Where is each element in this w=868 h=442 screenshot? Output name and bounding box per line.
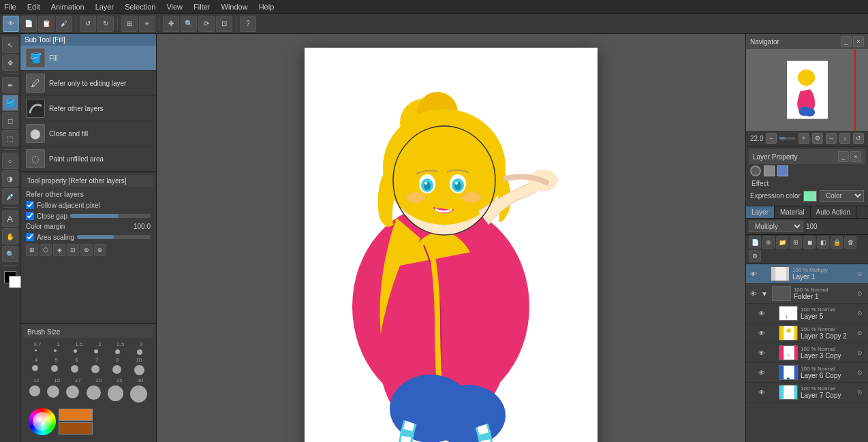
menu-window[interactable]: Window bbox=[220, 3, 249, 11]
nav-close-btn[interactable]: × bbox=[853, 36, 864, 47]
area-scaling-checkbox[interactable] bbox=[26, 233, 34, 241]
close-gap-checkbox[interactable] bbox=[26, 212, 34, 220]
brush-dot-25[interactable] bbox=[108, 385, 123, 401]
tool-undo-btn[interactable]: ↺ bbox=[80, 16, 96, 32]
layer-3c-opacity-btn[interactable]: ⊙ bbox=[854, 347, 865, 358]
tool-eye-btn[interactable]: 👁 bbox=[3, 16, 19, 32]
tool-doc2-btn[interactable]: 📋 bbox=[38, 16, 55, 32]
ref-setting-btn1[interactable]: ⬡ bbox=[40, 244, 52, 256]
blend-mode-select[interactable]: Multiply bbox=[749, 221, 803, 232]
layer-item-6copy[interactable]: 👁 100 % Normal Layer 6 Copy ⊙ bbox=[746, 363, 868, 383]
layer-tab-material[interactable]: Material bbox=[775, 206, 811, 218]
effect-circle-btn[interactable] bbox=[750, 165, 761, 176]
color-swatch-brown[interactable] bbox=[59, 422, 93, 435]
layer-new-btn[interactable]: 📄 bbox=[749, 236, 761, 249]
layer-prop-close-btn[interactable]: × bbox=[850, 151, 861, 162]
effect-square-btn[interactable] bbox=[764, 165, 775, 176]
menu-layer[interactable]: Layer bbox=[94, 3, 116, 11]
layer-settings-btn[interactable]: ⚙ bbox=[749, 250, 761, 262]
layer-3c-vis[interactable]: 👁 bbox=[757, 348, 766, 358]
tool-hand[interactable]: ✋ bbox=[2, 228, 18, 244]
menu-edit[interactable]: Edit bbox=[26, 3, 42, 11]
layer-item-1[interactable]: 👁 100 % Multiply Layer 1 ⊙ bbox=[746, 264, 868, 284]
brush-dot-2.5[interactable] bbox=[115, 349, 120, 354]
brush-dot-1.5[interactable] bbox=[74, 349, 77, 353]
nav-zoom-in-btn[interactable]: + bbox=[799, 133, 809, 144]
menu-file[interactable]: File bbox=[3, 3, 18, 11]
tool-doc1-btn[interactable]: 📄 bbox=[20, 16, 37, 32]
tool-shape[interactable]: ○ bbox=[2, 153, 18, 169]
layer-clip-btn[interactable]: ◧ bbox=[817, 236, 829, 249]
canvas-area[interactable] bbox=[157, 34, 745, 442]
layer-folder-btn[interactable]: 📁 bbox=[776, 236, 788, 249]
nav-flip-h-btn[interactable]: ↔ bbox=[826, 133, 837, 144]
layer-merge-btn[interactable]: ⊞ bbox=[790, 236, 802, 249]
layer-1-opacity-btn[interactable]: ⊙ bbox=[854, 268, 865, 279]
brush-dot-4[interactable] bbox=[32, 365, 38, 371]
tool-fill[interactable]: 🪣 bbox=[2, 95, 18, 111]
tool-paint-btn[interactable]: 🖌 bbox=[56, 16, 72, 32]
layer-3c2-opacity-btn[interactable]: ⊙ bbox=[854, 328, 865, 338]
folder-1-expand[interactable]: ▼ bbox=[761, 290, 768, 298]
ref-setting-btn2[interactable]: ◈ bbox=[53, 244, 65, 256]
tool-help-btn[interactable]: ? bbox=[240, 16, 256, 32]
folder-1-vis[interactable]: 👁 bbox=[749, 289, 758, 298]
tool-eyedropper[interactable]: 💉 bbox=[2, 188, 18, 204]
expression-color-swatch[interactable] bbox=[803, 191, 817, 202]
brush-dot-0.7[interactable] bbox=[35, 349, 37, 351]
layer-item-3copy2[interactable]: 👁 100 % Normal Layer 3 Copy 2 ⊙ bbox=[746, 323, 868, 343]
layer-item-3copy[interactable]: 👁 100 % Normal Layer 3 Copy ⊙ bbox=[746, 343, 868, 363]
tool-zoom[interactable]: 🔍 bbox=[2, 246, 18, 262]
tool-grid-btn[interactable]: ⊞ bbox=[121, 16, 138, 32]
brush-dot-17[interactable] bbox=[66, 385, 79, 398]
layer-5-vis[interactable]: 👁 bbox=[757, 309, 766, 318]
tool-redo-btn[interactable]: ↻ bbox=[97, 16, 114, 32]
tool-move-btn[interactable]: ✥ bbox=[163, 16, 179, 32]
layer-1-vis[interactable]: 👁 bbox=[749, 269, 758, 279]
ref-setting-btn3[interactable]: ⊡ bbox=[67, 244, 79, 256]
brush-dot-6[interactable] bbox=[71, 365, 78, 373]
ref-setting-btn5[interactable]: ⊕ bbox=[94, 244, 106, 256]
tool-eraser[interactable]: ◻ bbox=[2, 112, 18, 129]
menu-selection[interactable]: Selection bbox=[123, 3, 157, 11]
brush-dot-15[interactable] bbox=[47, 385, 59, 398]
subtool-fill[interactable]: 🪣 Fill bbox=[20, 46, 156, 71]
brush-dot-2[interactable] bbox=[94, 349, 98, 353]
brush-dot-3[interactable] bbox=[137, 349, 142, 355]
brush-dot-10[interactable] bbox=[134, 365, 144, 375]
layer-tab-auto-action[interactable]: Auto Action bbox=[811, 206, 857, 218]
tool-select[interactable]: ⬚ bbox=[2, 130, 18, 146]
brush-dot-1[interactable] bbox=[54, 349, 57, 352]
nav-rotate-btn[interactable]: ↺ bbox=[853, 133, 864, 144]
layer-lock-btn[interactable]: 🔒 bbox=[831, 236, 843, 249]
nav-minimize-btn[interactable]: _ bbox=[841, 36, 852, 47]
foreground-color[interactable] bbox=[4, 271, 16, 283]
color-swatch-orange[interactable] bbox=[59, 409, 93, 421]
layer-item-folder-1[interactable]: 👁 ▼ 100 % Normal Folder 1 ⊙ bbox=[746, 284, 868, 304]
subtool-close-fill[interactable]: ⬤ Close and fill bbox=[20, 121, 156, 146]
menu-view[interactable]: View bbox=[165, 3, 184, 11]
area-scaling-slider[interactable] bbox=[77, 235, 151, 239]
tool-zoom-btn[interactable]: 🔍 bbox=[181, 16, 197, 32]
ref-setting-btn4[interactable]: ⊗ bbox=[80, 244, 93, 256]
expression-color-select[interactable]: Color bbox=[820, 190, 864, 202]
nav-zoom-slider[interactable] bbox=[779, 137, 796, 140]
layer-item-7copy[interactable]: 👁 100 % Normal Layer 7 Copy ⊙ bbox=[746, 383, 868, 402]
subtool-refer-editing[interactable]: 🖊 Refer only to editing layer bbox=[20, 71, 156, 96]
brush-dot-8[interactable] bbox=[112, 365, 121, 374]
color-wheel[interactable] bbox=[29, 408, 56, 435]
layer-3c2-vis[interactable]: 👁 bbox=[757, 328, 766, 338]
tool-pen[interactable]: ✒ bbox=[2, 77, 18, 93]
background-color[interactable] bbox=[9, 276, 21, 288]
nav-settings-btn[interactable]: ⚙ bbox=[812, 133, 823, 144]
tool-cursor[interactable]: ↖ bbox=[2, 37, 18, 53]
brush-dot-20[interactable] bbox=[87, 385, 101, 400]
tool-text[interactable]: A bbox=[2, 210, 18, 227]
brush-dot-7[interactable] bbox=[91, 365, 99, 373]
menu-animation[interactable]: Animation bbox=[50, 3, 86, 11]
brush-dot-5[interactable] bbox=[51, 365, 58, 372]
layer-prop-minimize-btn[interactable]: _ bbox=[838, 151, 849, 162]
layer-copy-btn[interactable]: ⊕ bbox=[762, 236, 775, 249]
tool-gradient[interactable]: ◑ bbox=[2, 170, 18, 187]
close-gap-slider[interactable] bbox=[70, 214, 151, 218]
